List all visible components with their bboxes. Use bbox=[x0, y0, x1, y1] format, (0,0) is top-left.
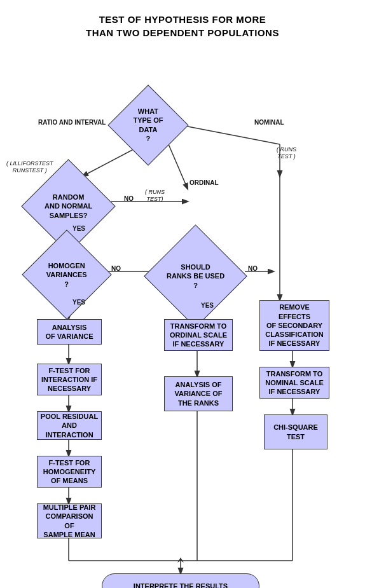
f-test-interaction-label: F-TEST FORINTERACTION IFNECESSARY bbox=[41, 366, 97, 393]
f-test-interaction-rect: F-TEST FORINTERACTION IFNECESSARY bbox=[37, 364, 102, 395]
interprete-ellipse: INTERPRETE THE RESULTS bbox=[102, 573, 259, 588]
f-test-homogeneity-rect: F-TEST FORHOMOGENEITYOF MEANS bbox=[37, 456, 102, 488]
svg-line-2 bbox=[181, 125, 280, 144]
analysis-variance-label: ANALYSISOF VARIANCE bbox=[46, 323, 93, 341]
f-test-homogeneity-label: F-TEST FORHOMOGENEITYOF MEANS bbox=[43, 458, 96, 486]
flowchart: WHATTYPE OFDATA? RATIO AND INTERVAL NOMI… bbox=[0, 52, 365, 588]
transform-ordinal-label: TRANSFORM TOORDINAL SCALEIF NECESSARY bbox=[170, 322, 227, 349]
pool-residual-rect: POOL RESIDUALANDINTERACTION bbox=[37, 411, 102, 440]
ratio-interval-label: RATIO AND INTERVAL bbox=[38, 119, 106, 126]
ordinal-label: ORDINAL bbox=[189, 179, 219, 186]
transform-nominal-label: TRANSFORM TONOMINAL SCALEIF NECESSARY bbox=[265, 369, 323, 397]
remove-effects-rect: REMOVE EFFECTSOF SECONDARYCLASSIFICATION… bbox=[259, 300, 329, 351]
yes-homogen-label: YES bbox=[72, 299, 85, 306]
remove-effects-label: REMOVE EFFECTSOF SECONDARYCLASSIFICATION… bbox=[263, 303, 326, 348]
what-type-diamond: WHATTYPE OFDATA? bbox=[107, 85, 188, 165]
multiple-pair-rect: MULTIPLE PAIRCOMPARISON OFSAMPLE MEAN bbox=[37, 503, 102, 538]
no-random-label: NO bbox=[124, 195, 134, 202]
chi-square-rect: CHI-SQUARETEST bbox=[264, 414, 327, 449]
nominal-label: NOMINAL bbox=[254, 119, 284, 126]
runs-test-1-label: ( RUNSTEST) bbox=[145, 189, 165, 203]
homogen-diamond: HOMOGENVARIANCES? bbox=[22, 229, 111, 319]
svg-marker-24 bbox=[177, 557, 184, 563]
multiple-pair-label: MULTIPLE PAIRCOMPARISON OFSAMPLE MEAN bbox=[40, 503, 99, 539]
transform-nominal-rect: TRANSFORM TONOMINAL SCALEIF NECESSARY bbox=[259, 367, 329, 399]
should-ranks-label: SHOULDRANKS BE USED? bbox=[165, 261, 226, 291]
runs-test-2-label: ( RUNSTEST ) bbox=[277, 146, 296, 160]
interprete-label: INTERPRETE THE RESULTS bbox=[134, 582, 228, 588]
homogen-label: HOMOGENVARIANCES? bbox=[45, 260, 88, 290]
yes-random-label: YES bbox=[72, 225, 85, 232]
chi-square-label: CHI-SQUARETEST bbox=[273, 423, 318, 441]
analysis-variance-ranks-rect: ANALYSIS OFVARIANCE OFTHE RANKS bbox=[164, 376, 233, 411]
no-homogen-label: NO bbox=[111, 265, 121, 272]
lillifor-label: ( LILLIFORSTESTRUNSTEST ) bbox=[6, 160, 53, 174]
analysis-variance-ranks-label: ANALYSIS OFVARIANCE OFTHE RANKS bbox=[175, 380, 223, 407]
no-ranks-label: NO bbox=[248, 265, 258, 272]
pool-residual-label: POOL RESIDUALANDINTERACTION bbox=[41, 412, 98, 439]
should-ranks-diamond: SHOULDRANKS BE USED? bbox=[144, 224, 247, 328]
transform-ordinal-rect: TRANSFORM TOORDINAL SCALEIF NECESSARY bbox=[164, 319, 233, 351]
random-normal-label: RANDOMAND NORMALSAMPLES? bbox=[43, 191, 93, 221]
svg-line-1 bbox=[169, 144, 188, 189]
analysis-variance-rect: ANALYSISOF VARIANCE bbox=[37, 319, 102, 345]
what-type-label: WHATTYPE OFDATA? bbox=[132, 106, 164, 144]
page-title: TEST OF HYPOTHESIS FOR MORETHAN TWO DEPE… bbox=[0, 6, 365, 52]
yes-ranks-label: YES bbox=[201, 302, 214, 309]
